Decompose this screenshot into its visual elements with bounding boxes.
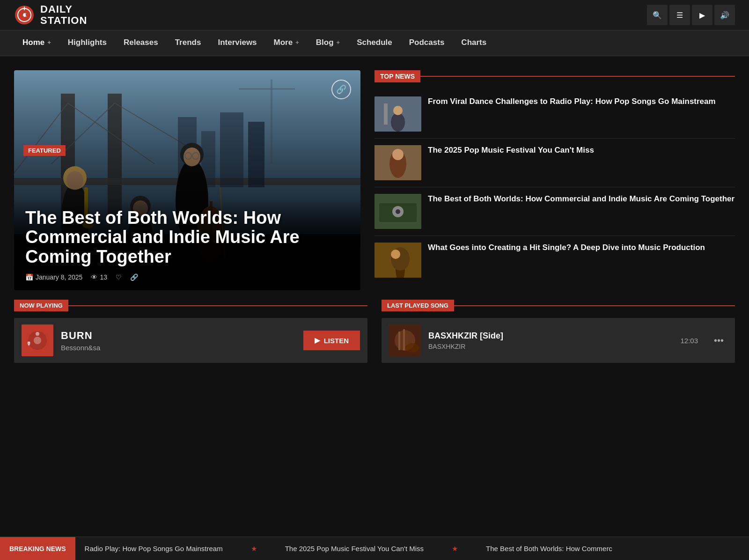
svg-point-41 (391, 113, 405, 132)
play-icon-small: ▶ (315, 336, 320, 345)
news-title-1: From Viral Dance Challenges to Radio Pla… (428, 96, 735, 107)
news-thumb-4 (374, 243, 421, 278)
svg-point-42 (393, 106, 403, 115)
last-played-line (454, 305, 735, 306)
last-played-title: BASXHKZIR [Side] (428, 331, 673, 341)
news-text-3: The Best of Both Worlds: How Commercial … (428, 194, 735, 229)
svg-point-56 (34, 337, 41, 344)
top-header: E DAILY STATION 🔍 ☰ ▶ 🔊 (0, 0, 749, 30)
nav-plus-more: + (295, 39, 299, 46)
now-playing-line (68, 305, 367, 306)
news-thumb-1 (374, 96, 421, 132)
svg-text:🎙: 🎙 (26, 341, 31, 346)
svg-rect-61 (398, 332, 400, 350)
nav-item-trends[interactable]: Trends (167, 30, 210, 56)
last-played-label: Last Played Song (382, 300, 454, 311)
featured-meta: 📅 January 8, 2025 👁 13 ♡ 🔗 (25, 273, 349, 281)
news-title-4: What Goes into Creating a Hit Single? A … (428, 243, 735, 253)
ticker-inner: Radio Play: How Pop Songs Go Mainstream … (85, 545, 740, 553)
track-name: BURN (61, 330, 296, 342)
news-title-2: The 2025 Pop Music Festival You Can't Mi… (428, 145, 735, 155)
logo-icon: E (14, 5, 35, 25)
last-played-info: BASXHKZIR [Side] BASXHKZIR (428, 331, 673, 350)
track-art: 🎙 (22, 324, 53, 356)
now-playing-card: 🎙 BURN Bessonn&sa ▶ LISTEN (14, 318, 367, 363)
featured-image: Featured 🔗 The Best of Both Worlds: How … (14, 70, 360, 290)
svg-point-63 (405, 343, 419, 353)
news-thumb-2 (374, 145, 421, 180)
nav-item-interviews[interactable]: Interviews (209, 30, 265, 56)
last-played-card: BASXHKZIR [Side] BASXHKZIR 12:03 ••• (382, 318, 735, 363)
news-text-1: From Viral Dance Challenges to Radio Pla… (428, 96, 735, 132)
listen-button[interactable]: ▶ LISTEN (303, 331, 360, 350)
svg-point-57 (36, 332, 39, 336)
news-item-1[interactable]: From Viral Dance Challenges to Radio Pla… (374, 90, 735, 139)
link-icon[interactable]: 🔗 (331, 80, 351, 99)
play-button[interactable]: ▶ (692, 5, 712, 25)
track-artist: Bessonn&sa (61, 344, 296, 352)
nav-item-highlights[interactable]: Highlights (59, 30, 115, 56)
track-info: BURN Bessonn&sa (61, 330, 296, 352)
nav-item-podcasts[interactable]: Podcasts (401, 30, 453, 56)
top-news-label: Top News (374, 70, 420, 82)
nav-item-releases[interactable]: Releases (115, 30, 167, 56)
svg-rect-40 (384, 103, 388, 125)
top-news-header: Top News (374, 70, 735, 82)
now-playing-label: Now Playing (14, 300, 68, 311)
svg-text:E: E (23, 13, 27, 18)
ticker-item-1: Radio Play: How Pop Songs Go Mainstream (85, 545, 223, 553)
news-item-4[interactable]: What Goes into Creating a Hit Single? A … (374, 236, 735, 284)
last-played-header: Last Played Song (382, 300, 735, 311)
news-text-2: The 2025 Pop Music Festival You Can't Mi… (428, 145, 735, 180)
logo-text: DAILY STATION (40, 4, 87, 26)
now-playing-half: Now Playing 🎙 BURN Bessonn&sa ▶ LISTEN (14, 300, 374, 363)
logo-area: E DAILY STATION (14, 4, 87, 26)
svg-point-49 (396, 209, 400, 214)
search-button[interactable]: 🔍 (647, 5, 668, 25)
ticker-item-2: The 2025 Pop Music Festival You Can't Mi… (285, 545, 424, 553)
last-played-art (389, 324, 421, 356)
more-options-button[interactable]: ••• (710, 333, 727, 348)
featured-article[interactable]: Featured 🔗 The Best of Both Worlds: How … (14, 70, 360, 290)
news-item-2[interactable]: The 2025 Pop Music Festival You Can't Mi… (374, 139, 735, 187)
news-thumb-3 (374, 194, 421, 229)
ticker-item-3: The Best of Both Worlds: How Commerc (486, 545, 612, 553)
news-title-3: The Best of Both Worlds: How Commercial … (428, 194, 735, 204)
featured-badge: Featured (23, 145, 66, 156)
svg-point-45 (392, 149, 404, 160)
breaking-news-bar: BREAKING NEWS Radio Play: How Pop Songs … (0, 537, 749, 560)
nav-item-schedule[interactable]: Schedule (348, 30, 401, 56)
nav-item-charts[interactable]: Charts (453, 30, 495, 56)
news-item-3[interactable]: The Best of Both Worlds: How Commercial … (374, 187, 735, 236)
svg-point-53 (391, 250, 400, 259)
last-played-half: Last Played Song BASXHKZIR [Side] BASXHK… (374, 300, 735, 363)
featured-date: 📅 January 8, 2025 (25, 273, 82, 281)
share-icon[interactable]: 🔗 (130, 273, 138, 281)
nav-item-home[interactable]: Home + (14, 30, 59, 56)
nav-item-more[interactable]: More + (265, 30, 308, 56)
main-nav: Home + Highlights Releases Trends Interv… (0, 30, 749, 56)
main-content: Featured 🔗 The Best of Both Worlds: How … (0, 56, 749, 300)
nav-plus-home: + (47, 39, 51, 46)
menu-button[interactable]: ☰ (669, 5, 690, 25)
featured-title: The Best of Both Worlds: How Commercial … (25, 208, 349, 267)
featured-overlay: The Best of Both Worlds: How Commercial … (14, 199, 360, 290)
top-news-line (420, 76, 735, 77)
like-icon[interactable]: ♡ (116, 273, 122, 281)
breaking-news-label: BREAKING NEWS (0, 537, 75, 560)
volume-button[interactable]: 🔊 (714, 5, 735, 25)
eye-icon: 👁 (91, 273, 97, 281)
news-text-4: What Goes into Creating a Hit Single? A … (428, 243, 735, 278)
last-played-artist: BASXHKZIR (428, 343, 673, 350)
breaking-news-ticker: Radio Play: How Pop Songs Go Mainstream … (75, 545, 749, 553)
player-section: Now Playing 🎙 BURN Bessonn&sa ▶ LISTEN (0, 300, 749, 372)
last-played-time: 12:03 (680, 337, 698, 345)
calendar-icon: 📅 (25, 273, 33, 281)
featured-views: 👁 13 (91, 273, 107, 281)
header-actions: 🔍 ☰ ▶ 🔊 (647, 5, 735, 25)
svg-rect-62 (403, 329, 405, 350)
now-playing-header: Now Playing (14, 300, 367, 311)
top-news-section: Top News From Viral Dance Challenges to … (374, 70, 735, 290)
nav-plus-blog: + (337, 39, 340, 46)
nav-item-blog[interactable]: Blog + (308, 30, 348, 56)
